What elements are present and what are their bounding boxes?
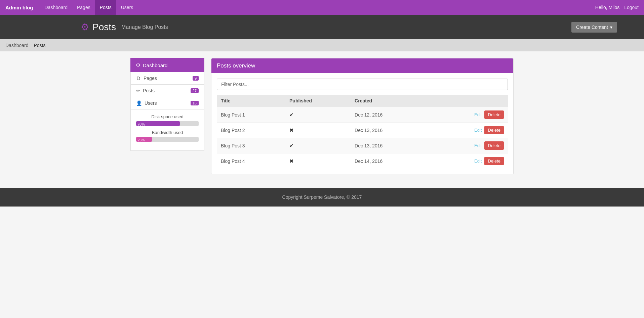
brand-link[interactable]: Admin blog: [5, 5, 33, 10]
col-created: Created: [351, 95, 428, 107]
disk-progress-fill: 70%: [136, 121, 180, 126]
dropdown-arrow-icon: ▾: [610, 25, 612, 30]
post-actions: EditDelete: [428, 153, 508, 169]
sidebar-stats: Disk space used 70% Bandwidth used 25%: [130, 109, 204, 151]
post-actions: EditDelete: [428, 138, 508, 153]
user-icon: 👤: [136, 100, 142, 106]
posts-card: Posts overview Title Published Created B…: [211, 58, 514, 174]
sidebar-item-users[interactable]: 👤 Users 16: [130, 97, 204, 109]
edit-link[interactable]: Edit: [474, 143, 482, 148]
sidebar: ⚙ Dashboard 🗋 Pages 9 ✏ Posts 27 👤 Users…: [130, 58, 204, 174]
sidebar-users-label: Users: [145, 100, 157, 106]
create-content-button[interactable]: Create Content ▾: [571, 22, 617, 33]
delete-button[interactable]: Delete: [484, 126, 504, 134]
sidebar-pages-badge: 9: [193, 76, 199, 81]
post-published: ✔: [285, 107, 351, 123]
table-row: Blog Post 1✔Dec 12, 2016EditDelete: [217, 107, 508, 123]
user-greeting: Hello, Milos: [595, 5, 619, 10]
edit-link[interactable]: Edit: [474, 128, 482, 133]
post-published: ✖: [285, 153, 351, 169]
posts-card-body: Title Published Created Blog Post 1✔Dec …: [211, 73, 513, 174]
nav-posts[interactable]: Posts: [95, 0, 116, 15]
breadcrumb: Dashboard Posts: [0, 39, 644, 51]
bandwidth-label: Bandwidth used: [136, 130, 199, 135]
page-icon: 🗋: [136, 76, 141, 81]
delete-button[interactable]: Delete: [484, 141, 504, 150]
post-created: Dec 13, 2016: [351, 123, 428, 138]
breadcrumb-dashboard[interactable]: Dashboard: [5, 43, 29, 48]
footer-copyright: Copyright Surpeme Salvatore, © 2017: [282, 194, 362, 200]
disk-label: Disk space used: [136, 114, 199, 119]
nav-links: Dashboard Pages Posts Users: [40, 0, 595, 15]
post-title: Blog Post 4: [217, 153, 285, 169]
post-actions: EditDelete: [428, 123, 508, 138]
nav-dashboard[interactable]: Dashboard: [40, 0, 73, 15]
delete-button[interactable]: Delete: [484, 157, 504, 165]
sidebar-dashboard[interactable]: ⚙ Dashboard: [130, 58, 204, 72]
user-section: Hello, Milos Logout: [595, 5, 639, 10]
post-actions: EditDelete: [428, 107, 508, 123]
table-header-row: Title Published Created: [217, 95, 508, 107]
col-title: Title: [217, 95, 285, 107]
bandwidth-progress-bar: 25%: [136, 137, 199, 142]
nav-users[interactable]: Users: [116, 0, 138, 15]
top-nav: Admin blog Dashboard Pages Posts Users H…: [0, 0, 644, 15]
posts-overview-title: Posts overview: [217, 62, 255, 69]
post-published: ✖: [285, 123, 351, 138]
post-created: Dec 13, 2016: [351, 138, 428, 153]
logout-link[interactable]: Logout: [624, 5, 639, 10]
col-published: Published: [285, 95, 351, 107]
posts-card-header: Posts overview: [211, 58, 513, 73]
sidebar-posts-badge: 27: [191, 88, 199, 93]
breadcrumb-current: Posts: [34, 43, 46, 48]
x-icon: ✖: [289, 127, 294, 133]
post-created: Dec 12, 2016: [351, 107, 428, 123]
bandwidth-percent: 25%: [136, 138, 145, 142]
title-area: ⚙ Posts Manage Blog Posts: [81, 21, 168, 33]
edit-link[interactable]: Edit: [474, 112, 482, 117]
sidebar-pages-label: Pages: [144, 76, 157, 81]
sidebar-item-pages[interactable]: 🗋 Pages 9: [130, 72, 204, 85]
sidebar-posts-label: Posts: [143, 88, 155, 93]
nav-pages[interactable]: Pages: [72, 0, 95, 15]
posts-table: Title Published Created Blog Post 1✔Dec …: [217, 95, 508, 169]
page-subtitle: Manage Blog Posts: [121, 24, 168, 30]
sidebar-dashboard-label: Dashboard: [143, 62, 167, 68]
disk-progress-bar: 70%: [136, 121, 199, 126]
footer: Copyright Surpeme Salvatore, © 2017: [0, 188, 644, 207]
filter-input[interactable]: [217, 79, 508, 90]
sidebar-item-posts[interactable]: ✏ Posts 27: [130, 85, 204, 97]
col-actions: [428, 95, 508, 107]
page-header: ⚙ Posts Manage Blog Posts Create Content…: [0, 15, 644, 39]
edit-link[interactable]: Edit: [474, 158, 482, 164]
post-title: Blog Post 2: [217, 123, 285, 138]
posts-overview: Posts overview Title Published Created B…: [211, 58, 514, 174]
bandwidth-progress-fill: 25%: [136, 137, 152, 142]
post-title: Blog Post 1: [217, 107, 285, 123]
check-icon: ✔: [289, 143, 294, 148]
disk-percent: 70%: [136, 122, 145, 126]
sidebar-gear-icon: ⚙: [136, 62, 140, 68]
x-icon: ✖: [289, 158, 294, 164]
sidebar-users-badge: 16: [191, 101, 199, 105]
post-title: Blog Post 3: [217, 138, 285, 153]
post-icon: ✏: [136, 88, 140, 93]
table-row: Blog Post 4✖Dec 14, 2016EditDelete: [217, 153, 508, 169]
post-created: Dec 14, 2016: [351, 153, 428, 169]
page-title: Posts: [92, 22, 116, 33]
table-row: Blog Post 2✖Dec 13, 2016EditDelete: [217, 123, 508, 138]
main-content: ⚙ Dashboard 🗋 Pages 9 ✏ Posts 27 👤 Users…: [104, 51, 540, 181]
check-icon: ✔: [289, 112, 294, 118]
delete-button[interactable]: Delete: [484, 110, 504, 119]
gear-icon: ⚙: [81, 21, 89, 33]
table-row: Blog Post 3✔Dec 13, 2016EditDelete: [217, 138, 508, 153]
post-published: ✔: [285, 138, 351, 153]
